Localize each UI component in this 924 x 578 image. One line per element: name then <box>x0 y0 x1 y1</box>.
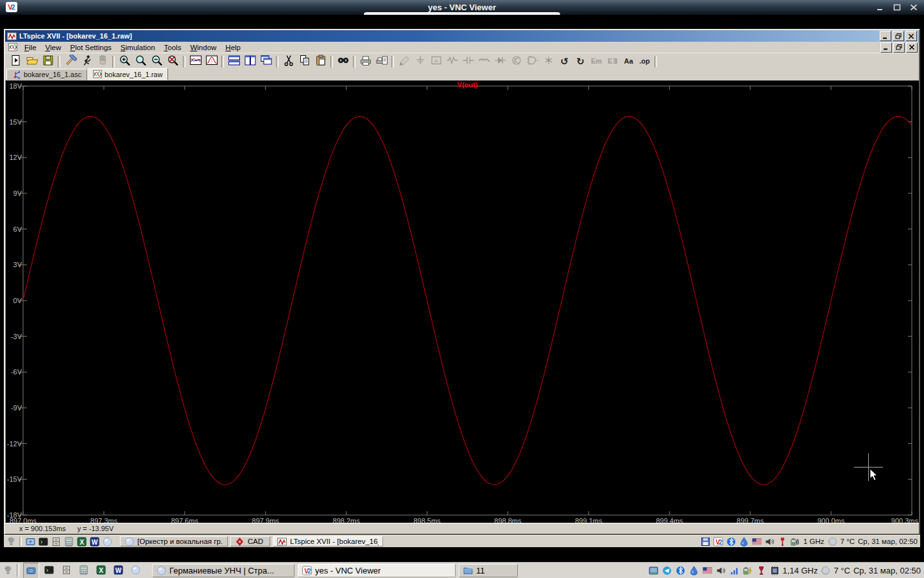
zoom-box-button[interactable] <box>133 54 149 69</box>
print-button[interactable] <box>357 54 373 69</box>
autorange-button[interactable] <box>187 54 203 69</box>
zoom-out-button[interactable] <box>149 54 165 69</box>
moon-ball-icon[interactable] <box>828 537 837 547</box>
inductor-button[interactable] <box>476 54 492 69</box>
tab-bokarev_16_1.asc[interactable]: bokarev_16_1.asc <box>6 69 87 80</box>
bjt-button[interactable] <box>508 54 524 69</box>
terminal-icon[interactable] <box>38 536 49 547</box>
resistor-button[interactable] <box>444 54 460 69</box>
misc-component-button[interactable] <box>540 54 556 69</box>
signal-icon[interactable] <box>730 566 739 575</box>
rotate-button[interactable]: Em <box>588 54 604 69</box>
mirror-button[interactable]: E∃ <box>604 54 620 69</box>
gnome-foot-icon[interactable] <box>3 566 13 575</box>
droplet-icon[interactable] <box>739 537 749 547</box>
excel-icon[interactable]: X <box>76 536 87 547</box>
ltspice-close-button[interactable] <box>905 31 917 41</box>
browser-icon[interactable] <box>128 563 143 577</box>
ground-button[interactable] <box>412 54 428 69</box>
open-file-button[interactable] <box>24 54 40 69</box>
trace-label[interactable]: V(out) <box>23 81 912 89</box>
task-button-1[interactable]: [Оркестр и вокальная гр... <box>120 536 228 547</box>
task-button-2[interactable]: V2yes - VNC Viewer <box>298 564 456 577</box>
cpu-chip-icon[interactable] <box>770 566 780 575</box>
remote-clock[interactable]: Ср, 31 мар, 02:50 <box>858 538 918 545</box>
zoom-in-button[interactable] <box>117 54 133 69</box>
copy-button[interactable] <box>296 54 312 69</box>
menu-file[interactable]: File <box>20 43 41 52</box>
local-clock[interactable]: Ср, 31 мар, 02:50 <box>853 566 921 575</box>
word-icon[interactable]: W <box>89 536 100 547</box>
undo-button[interactable]: ↺ <box>556 54 572 69</box>
save-button[interactable] <box>40 54 56 69</box>
telegram-icon[interactable] <box>662 566 672 575</box>
browser-icon[interactable] <box>102 536 113 547</box>
thermometer-icon[interactable] <box>778 537 787 547</box>
run-button[interactable] <box>78 54 94 69</box>
screenshot-icon[interactable] <box>23 563 39 578</box>
menu-help[interactable]: Help <box>221 43 245 52</box>
halt-button[interactable] <box>94 54 110 69</box>
menu-view[interactable]: View <box>41 43 66 52</box>
vnc-titlebar[interactable]: V2 yes - VNC Viewer <box>0 0 924 15</box>
ltspice-restore-button[interactable] <box>893 31 904 41</box>
cut-button[interactable] <box>280 54 296 69</box>
us-flag-icon[interactable] <box>752 537 762 547</box>
vnc-minimize-button[interactable] <box>875 3 886 13</box>
tile-vertical-button[interactable] <box>242 54 258 69</box>
new-schematic-button[interactable] <box>8 54 24 69</box>
text-tool-button[interactable]: Aa <box>620 54 637 69</box>
battery-plug-icon[interactable] <box>791 537 800 547</box>
tab-bokarev_16_1.raw[interactable]: bokarev_16_1.raw <box>87 68 169 80</box>
cascade-windows-button[interactable] <box>258 54 274 69</box>
task-button-1[interactable]: Германиевые УНЧ | Стра... <box>152 564 295 577</box>
task-button-2[interactable]: CAD <box>230 536 270 547</box>
us-flag-icon[interactable] <box>703 566 712 575</box>
capacitor-button[interactable] <box>460 54 476 69</box>
vnc-close-button[interactable] <box>909 3 919 13</box>
file-cabinet-icon[interactable] <box>59 563 74 577</box>
gnome-foot-icon[interactable] <box>6 537 16 547</box>
vnc-maximize-button[interactable] <box>892 3 902 13</box>
file-manager-icon[interactable] <box>25 536 36 547</box>
control-panel-button[interactable] <box>62 54 78 69</box>
task-button-3[interactable]: 11 <box>459 564 518 577</box>
menu-window[interactable]: Window <box>185 43 221 52</box>
plot-settings-button[interactable] <box>203 54 219 69</box>
speaker-icon[interactable] <box>716 566 726 575</box>
diode-button[interactable] <box>492 54 508 69</box>
terminal-icon[interactable] <box>42 563 56 577</box>
waveform-plot[interactable] <box>6 81 919 523</box>
vnc-icon[interactable]: V2 <box>714 537 723 547</box>
component-button[interactable] <box>524 54 540 69</box>
menu-simulation[interactable]: Simulation <box>116 43 160 52</box>
tile-horizontal-button[interactable] <box>226 54 242 69</box>
battery-charging-icon[interactable] <box>743 566 753 575</box>
word-icon[interactable]: W <box>111 563 126 577</box>
wine-icon[interactable] <box>757 566 766 575</box>
ltspice-minimize-button[interactable] <box>880 31 891 41</box>
label-button[interactable]: A <box>428 54 444 69</box>
paste-button[interactable] <box>312 54 329 69</box>
menu-plot-settings[interactable]: Plot Settings <box>65 43 116 52</box>
document-close-button[interactable] <box>906 42 918 53</box>
vnc-remote-screen[interactable]: LTspice XVII - [bokarev_16_1.raw] FileVi… <box>0 15 924 562</box>
bluetooth-icon[interactable] <box>676 566 685 575</box>
calculator-icon[interactable] <box>76 563 91 577</box>
document-minimize-button[interactable] <box>880 42 892 53</box>
document-restore-button[interactable] <box>893 42 905 53</box>
find-button[interactable] <box>335 54 351 69</box>
ltspice-titlebar[interactable]: LTspice XVII - [bokarev_16_1.raw] <box>5 30 919 42</box>
file-manager-tray-icon[interactable] <box>649 566 658 575</box>
menu-tools[interactable]: Tools <box>160 43 186 52</box>
zoom-full-button[interactable] <box>165 54 181 69</box>
task-button-3[interactable]: LTspice XVII - [bokarev_16_... <box>273 536 383 547</box>
waveform-plot-pane[interactable]: V(out) 18V15V12V9V6V3V0V-3V-6V-9V-12V-15… <box>5 80 919 523</box>
droplet-icon[interactable] <box>689 566 699 575</box>
bluetooth-icon[interactable] <box>726 537 736 547</box>
file-cabinet-icon[interactable] <box>51 536 62 547</box>
print-preview-button[interactable] <box>373 54 389 69</box>
calculator-icon[interactable] <box>64 536 74 547</box>
floppy-icon[interactable] <box>701 537 710 547</box>
redo-button[interactable]: ↻ <box>572 54 588 69</box>
